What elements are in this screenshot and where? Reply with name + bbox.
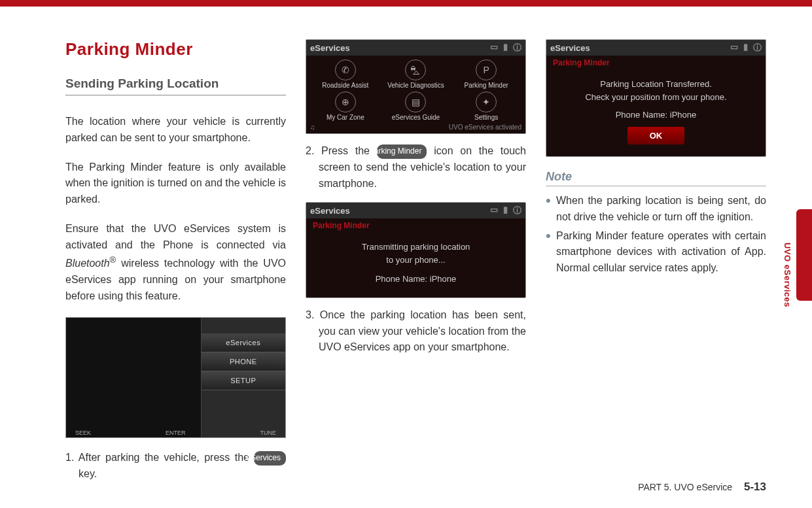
menu-mycarzone: ⊕My Car Zone — [311, 92, 380, 121]
footer-part: PART 5. UVO eService — [638, 482, 732, 492]
menu-diagnostics: ⛍Vehicle Diagnostics — [382, 59, 450, 89]
menu-label-2: Parking Minder — [465, 82, 508, 89]
info-icon: ⓘ — [753, 42, 762, 54]
note-1: When the parking location is being sent,… — [546, 193, 766, 226]
steps-col2b: 3. Once the parking location has been se… — [306, 307, 526, 356]
menu-roadside: ✆Roadside Assist — [311, 59, 380, 89]
transmitting-screenshot: eServices ▭ ▮ ⓘ Parking Minder Transmitt… — [306, 202, 526, 298]
p3-pre: Ensure that the UVO eServices system is … — [65, 223, 286, 250]
confirm-header: eServices ▭ ▮ ⓘ — [546, 40, 766, 56]
intro-paragraph-3: Ensure that the UVO eServices system is … — [65, 221, 286, 304]
footer-page-number: 5-13 — [744, 481, 766, 493]
step2-pre: 2. Press the — [306, 145, 377, 156]
hu-seek: SEEK — [75, 430, 91, 436]
step1-post: key. — [79, 468, 97, 479]
step-3: 3. Once the parking location has been se… — [306, 307, 526, 356]
menu-settings: ✦Settings — [452, 92, 520, 121]
bars-icon: ▮ — [503, 205, 508, 216]
head-unit-screen — [66, 318, 202, 437]
menu-label-5: Settings — [474, 114, 498, 121]
parking-icon: P — [476, 59, 497, 80]
info-icon: ⓘ — [513, 42, 521, 54]
side-section-tab — [796, 209, 812, 301]
car-icon: ⛍ — [405, 59, 426, 80]
confirm-sub: Parking Minder — [546, 56, 766, 70]
intro-paragraph-1: The location where your vehicle is curre… — [65, 114, 286, 146]
menu-label-1: Vehicle Diagnostics — [387, 82, 444, 89]
menu-label-4: eServices Guide — [392, 114, 440, 121]
menu-title: eServices — [310, 43, 350, 53]
signal-icon: ▭ — [490, 42, 498, 54]
steps-col2a: 2. Press the Parking Minder icon on the … — [306, 143, 526, 192]
menu-parking-minder: PParking Minder — [452, 59, 520, 89]
gear-icon: ✦ — [476, 92, 497, 112]
bluetooth-word: Bluetooth — [65, 258, 110, 269]
head-unit-bottom-row: SEEK ENTER TUNE — [66, 430, 285, 436]
menu-footer-text: UVO eServices activated — [449, 124, 521, 131]
bars-icon: ▮ — [503, 42, 508, 54]
signal-icon: ▭ — [490, 205, 498, 216]
intro-paragraph-2: The Parking Minder feature is only avail… — [65, 160, 286, 208]
hu-btn-eservices: eServices — [202, 333, 285, 352]
confirm-title: eServices — [550, 43, 590, 53]
section-heading: Sending Parking Location — [65, 76, 286, 95]
page-content: Parking Minder Sending Parking Location … — [0, 7, 812, 508]
bars-icon: ▮ — [743, 42, 748, 54]
zone-icon: ⊕ — [335, 92, 356, 112]
step1-pre: 1. After parking the vehicle, press the — [65, 452, 254, 463]
menu-label-0: Roadside Assist — [322, 82, 368, 89]
menu-header: eServices ▭ ▮ ⓘ — [306, 40, 525, 56]
menu-footer: ♫ UVO eServices activated — [306, 122, 525, 133]
menu-icon-grid: ✆Roadside Assist ⛍Vehicle Diagnostics PP… — [306, 56, 525, 122]
note-heading: Note — [546, 170, 766, 186]
transmit-line2: to your phone... — [313, 254, 519, 267]
info-icon: ⓘ — [513, 205, 521, 216]
top-red-bar — [0, 0, 812, 7]
ok-button: OK — [627, 127, 685, 145]
transmit-phone: Phone Name: iPhone — [313, 273, 519, 286]
page-footer: PART 5. UVO eService 5-13 — [638, 481, 766, 494]
signal-icon: ▭ — [730, 42, 738, 54]
column-3: eServices ▭ ▮ ⓘ Parking Minder Parking L… — [546, 39, 766, 493]
parking-minder-pill: Parking Minder — [377, 144, 427, 159]
registered-mark: ® — [110, 255, 116, 265]
side-section-label: UVO eServices — [783, 243, 792, 307]
transmit-line1: Transmitting parking location — [313, 241, 519, 254]
transmit-body: Transmitting parking location to your ph… — [306, 233, 525, 297]
note-2: Parking Minder feature operates with cer… — [546, 228, 766, 277]
step-1: 1. After parking the vehicle, press the … — [65, 450, 286, 483]
menu-label-3: My Car Zone — [327, 114, 364, 121]
head-unit-buttons: eServices PHONE SETUP — [202, 318, 285, 437]
hu-enter: ENTER — [166, 430, 186, 436]
steps-col1: 1. After parking the vehicle, press the … — [65, 450, 286, 483]
status-icons: ▭ ▮ ⓘ — [490, 42, 521, 54]
head-unit-screenshot: eServices PHONE SETUP SEEK ENTER TUNE — [65, 317, 286, 438]
column-1: Parking Minder Sending Parking Location … — [65, 39, 286, 493]
note-list: When the parking location is being sent,… — [546, 193, 766, 277]
hu-btn-setup: SETUP — [202, 371, 285, 390]
feature-heading: Parking Minder — [65, 39, 286, 59]
guide-icon: ▤ — [405, 92, 426, 112]
column-2: eServices ▭ ▮ ⓘ ✆Roadside Assist ⛍Vehicl… — [306, 39, 526, 493]
status-icons-3: ▭ ▮ ⓘ — [730, 42, 762, 54]
eservices-menu-screenshot: eServices ▭ ▮ ⓘ ✆Roadside Assist ⛍Vehicl… — [306, 39, 526, 134]
transmit-sub: Parking Minder — [306, 218, 525, 233]
confirm-body: Parking Location Transferred. Check your… — [546, 70, 766, 156]
phone-icon: ✆ — [335, 59, 356, 80]
confirm-line2: Check your position from your phone. — [553, 91, 759, 104]
step-2: 2. Press the Parking Minder icon on the … — [306, 143, 526, 192]
confirm-phone: Phone Name: iPhone — [553, 109, 759, 122]
hu-tune: TUNE — [260, 430, 277, 436]
confirm-line1: Parking Location Transferred. — [553, 78, 759, 91]
hu-btn-phone: PHONE — [202, 352, 285, 371]
music-icon: ♫ — [310, 124, 315, 131]
eservices-pill: eServices — [254, 451, 286, 466]
menu-guide: ▤eServices Guide — [382, 92, 450, 121]
status-icons-2: ▭ ▮ ⓘ — [490, 205, 521, 216]
confirm-screenshot: eServices ▭ ▮ ⓘ Parking Minder Parking L… — [546, 39, 766, 157]
transmit-title: eServices — [310, 206, 350, 216]
transmit-header: eServices ▭ ▮ ⓘ — [306, 203, 525, 218]
